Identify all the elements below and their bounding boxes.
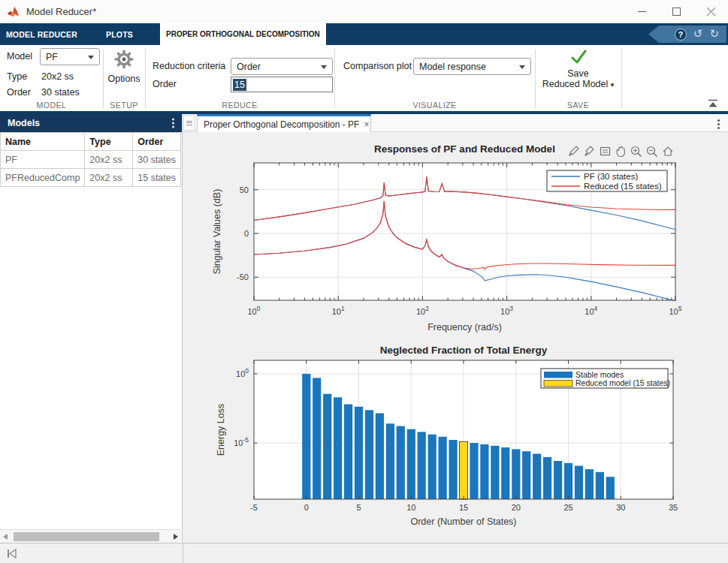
svg-text:0: 0	[244, 229, 249, 238]
brush-icon[interactable]	[583, 145, 595, 158]
bar-stable-mode	[397, 426, 405, 499]
svg-text:Stable modes: Stable modes	[575, 370, 624, 379]
bar-stable-mode	[596, 472, 604, 499]
energy-xlabel: Order (Number of States)	[410, 516, 516, 527]
svg-text:5: 5	[356, 503, 361, 512]
type-value: 20x2 ss	[41, 71, 74, 82]
svg-text:10-5: 10-5	[234, 436, 249, 447]
ribbon-tab-bar: MODEL REDUCER PLOTS PROPER ORTHOGONAL DE…	[0, 23, 728, 45]
bar-stable-mode	[439, 437, 447, 499]
zoom-out-icon[interactable]	[646, 145, 658, 158]
svg-text:104: 104	[585, 305, 597, 316]
bar-stable-mode	[365, 410, 373, 499]
document-tab[interactable]: Proper Orthogonal Decomposition - PF ×	[197, 114, 371, 132]
undo-icon[interactable]: ↺	[693, 29, 703, 40]
pan-icon[interactable]	[615, 145, 627, 158]
models-menu-icon[interactable]	[172, 117, 174, 130]
bar-stable-mode	[522, 451, 530, 499]
bar-stable-mode	[543, 457, 551, 499]
scroll-left-icon[interactable]	[0, 534, 11, 540]
svg-text:25: 25	[563, 503, 572, 512]
document-tab-bar: Proper Orthogonal Decomposition - PF ×	[183, 114, 728, 132]
models-table: Name Type Order PF20x2 ss30 states PFRed…	[0, 132, 181, 187]
svg-text:105: 105	[669, 305, 682, 316]
bar-stable-mode	[449, 440, 458, 499]
bar-stable-mode	[575, 466, 583, 500]
col-name: Name	[1, 133, 85, 151]
scrollbar-thumb[interactable]	[14, 532, 159, 541]
table-row[interactable]: PF20x2 ss30 states	[1, 151, 181, 169]
sigma-xlabel: Frequency (rad/s)	[427, 322, 502, 333]
bar-stable-mode	[313, 378, 321, 500]
check-icon	[568, 48, 589, 66]
document-tab-title: Proper Orthogonal Decomposition - PF	[204, 119, 359, 130]
comparison-plot-dropdown[interactable]: Model response	[413, 58, 531, 75]
model-section-label: MODEL	[0, 101, 103, 110]
bar-stable-mode	[491, 446, 499, 499]
charts: 100101102103104105-50050Frequency (rad/s…	[183, 132, 728, 543]
tab-proper-orthogonal-decomposition[interactable]: PROPER ORTHOGONAL DECOMPOSITION	[160, 23, 326, 45]
bar-stable-mode	[376, 414, 384, 500]
table-row[interactable]: PFReducedComp20x2 ss15 states	[1, 169, 181, 187]
minimize-button[interactable]	[624, 0, 659, 23]
order-input[interactable]: 15	[231, 77, 333, 92]
collapse-toolstrip-icon[interactable]	[707, 99, 719, 108]
bar-stable-mode	[302, 374, 310, 499]
setup-section-label: SETUP	[103, 101, 145, 110]
bar-stable-mode	[501, 447, 509, 499]
zoom-in-icon[interactable]	[630, 145, 642, 158]
reduction-criteria-dropdown[interactable]: Order	[231, 58, 333, 75]
models-panel-header: Models	[0, 114, 182, 132]
bar-stable-mode	[585, 469, 594, 499]
bar-stable-mode	[564, 463, 572, 499]
collapse-panel-icon[interactable]	[7, 549, 17, 558]
close-button[interactable]	[693, 0, 728, 23]
status-bar	[0, 543, 728, 563]
bar-stable-mode	[480, 444, 488, 499]
bar-stable-mode	[533, 454, 541, 500]
order-label: Order	[7, 87, 31, 98]
window-title: Model Reducer*	[26, 6, 96, 17]
bar-stable-mode	[334, 397, 342, 499]
home-icon[interactable]	[662, 145, 674, 158]
axes-toolbar	[567, 145, 674, 158]
svg-text:Reduced (15 states): Reduced (15 states)	[584, 182, 662, 191]
document-menu-icon[interactable]	[717, 118, 720, 131]
svg-text:Reduced model (15 states): Reduced model (15 states)	[575, 378, 670, 387]
edit-plot-icon[interactable]	[567, 145, 579, 158]
chevron-down-icon	[88, 56, 94, 59]
svg-text:101: 101	[332, 305, 345, 316]
svg-text:-5: -5	[250, 503, 258, 512]
svg-text:15: 15	[459, 503, 468, 512]
save-section-label: SAVE	[535, 101, 621, 110]
horizontal-scrollbar[interactable]	[0, 529, 181, 543]
tab-plots[interactable]: PLOTS	[83, 23, 156, 45]
help-icon[interactable]: ?	[675, 29, 687, 41]
gear-icon	[113, 49, 134, 70]
model-dropdown[interactable]: PF	[40, 48, 100, 65]
bar-stable-mode	[386, 423, 394, 499]
datatip-icon[interactable]	[599, 145, 611, 158]
quick-access-toolbar: ? ↺ ↻	[648, 26, 726, 43]
scroll-right-icon[interactable]	[171, 534, 181, 540]
bar-stable-mode	[512, 449, 520, 499]
tab-close-icon[interactable]: ×	[364, 119, 369, 130]
sigma-title: Responses of PF and Reduced Model	[374, 143, 555, 155]
options-button[interactable]: Options	[103, 49, 145, 84]
bar-stable-mode	[407, 429, 415, 499]
energy-title: Neglected Fraction of Total Energy	[380, 345, 548, 356]
svg-text:103: 103	[500, 305, 513, 316]
redo-icon[interactable]: ↻	[709, 29, 719, 40]
svg-text:PF (30 states): PF (30 states)	[584, 172, 638, 181]
svg-text:-50: -50	[237, 272, 249, 282]
type-label: Type	[7, 71, 27, 82]
tab-model-reducer[interactable]: MODEL REDUCER	[0, 23, 83, 45]
save-reduced-model-button[interactable]: Save Reduced Model ▾	[535, 48, 621, 90]
bar-reduced-model	[459, 441, 467, 499]
svg-text:100: 100	[236, 367, 249, 378]
reduction-criteria-label: Reduction criteria	[153, 61, 225, 71]
hamburger-icon	[186, 119, 192, 126]
panel-menu-button[interactable]	[183, 115, 195, 131]
maximize-button[interactable]	[659, 0, 693, 23]
chevron-down-icon	[519, 65, 525, 69]
